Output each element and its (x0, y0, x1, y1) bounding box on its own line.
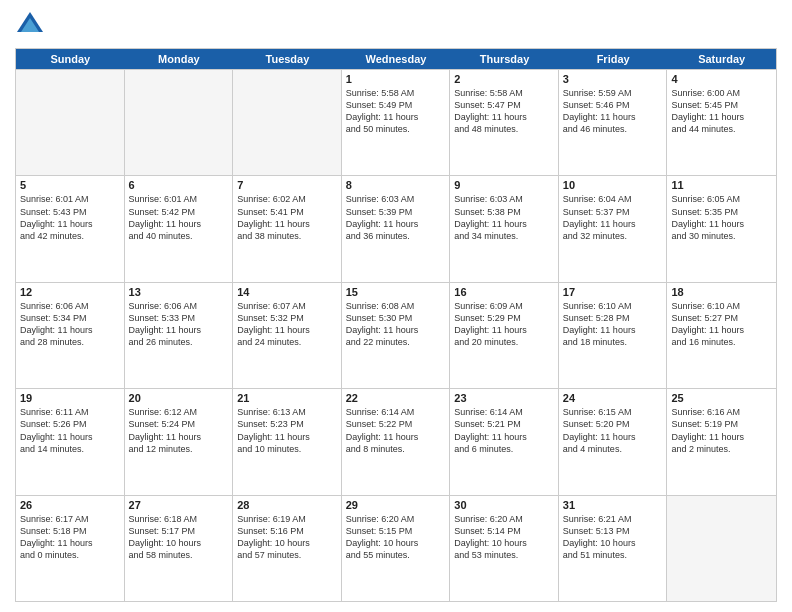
calendar-cell: 16Sunrise: 6:09 AMSunset: 5:29 PMDayligh… (450, 283, 559, 388)
day-number: 13 (129, 286, 229, 298)
cell-text: Sunrise: 6:13 AMSunset: 5:23 PMDaylight:… (237, 406, 337, 455)
calendar-row-3: 12Sunrise: 6:06 AMSunset: 5:34 PMDayligh… (16, 282, 776, 388)
calendar-header: SundayMondayTuesdayWednesdayThursdayFrid… (16, 49, 776, 69)
calendar-cell: 27Sunrise: 6:18 AMSunset: 5:17 PMDayligh… (125, 496, 234, 601)
cell-text: Sunrise: 6:01 AMSunset: 5:43 PMDaylight:… (20, 193, 120, 242)
day-number: 19 (20, 392, 120, 404)
calendar: SundayMondayTuesdayWednesdayThursdayFrid… (15, 48, 777, 602)
day-number: 30 (454, 499, 554, 511)
day-header-sunday: Sunday (16, 49, 125, 69)
cell-text: Sunrise: 6:08 AMSunset: 5:30 PMDaylight:… (346, 300, 446, 349)
cell-text: Sunrise: 6:03 AMSunset: 5:39 PMDaylight:… (346, 193, 446, 242)
calendar-cell: 9Sunrise: 6:03 AMSunset: 5:38 PMDaylight… (450, 176, 559, 281)
cell-text: Sunrise: 6:06 AMSunset: 5:34 PMDaylight:… (20, 300, 120, 349)
calendar-cell: 6Sunrise: 6:01 AMSunset: 5:42 PMDaylight… (125, 176, 234, 281)
cell-text: Sunrise: 6:14 AMSunset: 5:22 PMDaylight:… (346, 406, 446, 455)
day-number: 26 (20, 499, 120, 511)
calendar-cell: 17Sunrise: 6:10 AMSunset: 5:28 PMDayligh… (559, 283, 668, 388)
calendar-cell: 1Sunrise: 5:58 AMSunset: 5:49 PMDaylight… (342, 70, 451, 175)
calendar-cell: 19Sunrise: 6:11 AMSunset: 5:26 PMDayligh… (16, 389, 125, 494)
day-number: 4 (671, 73, 772, 85)
cell-text: Sunrise: 6:20 AMSunset: 5:14 PMDaylight:… (454, 513, 554, 562)
cell-text: Sunrise: 6:18 AMSunset: 5:17 PMDaylight:… (129, 513, 229, 562)
day-number: 2 (454, 73, 554, 85)
day-number: 31 (563, 499, 663, 511)
cell-text: Sunrise: 6:07 AMSunset: 5:32 PMDaylight:… (237, 300, 337, 349)
cell-text: Sunrise: 6:17 AMSunset: 5:18 PMDaylight:… (20, 513, 120, 562)
cell-text: Sunrise: 6:06 AMSunset: 5:33 PMDaylight:… (129, 300, 229, 349)
calendar-cell: 13Sunrise: 6:06 AMSunset: 5:33 PMDayligh… (125, 283, 234, 388)
page-container: SundayMondayTuesdayWednesdayThursdayFrid… (0, 0, 792, 612)
day-number: 10 (563, 179, 663, 191)
day-number: 27 (129, 499, 229, 511)
day-number: 12 (20, 286, 120, 298)
day-header-friday: Friday (559, 49, 668, 69)
cell-text: Sunrise: 6:01 AMSunset: 5:42 PMDaylight:… (129, 193, 229, 242)
calendar-cell: 8Sunrise: 6:03 AMSunset: 5:39 PMDaylight… (342, 176, 451, 281)
day-number: 1 (346, 73, 446, 85)
cell-text: Sunrise: 6:04 AMSunset: 5:37 PMDaylight:… (563, 193, 663, 242)
day-header-saturday: Saturday (667, 49, 776, 69)
calendar-cell (16, 70, 125, 175)
calendar-cell (667, 496, 776, 601)
day-number: 24 (563, 392, 663, 404)
calendar-cell: 4Sunrise: 6:00 AMSunset: 5:45 PMDaylight… (667, 70, 776, 175)
calendar-cell: 7Sunrise: 6:02 AMSunset: 5:41 PMDaylight… (233, 176, 342, 281)
calendar-cell: 20Sunrise: 6:12 AMSunset: 5:24 PMDayligh… (125, 389, 234, 494)
logo (15, 10, 49, 40)
cell-text: Sunrise: 6:21 AMSunset: 5:13 PMDaylight:… (563, 513, 663, 562)
cell-text: Sunrise: 6:02 AMSunset: 5:41 PMDaylight:… (237, 193, 337, 242)
day-number: 23 (454, 392, 554, 404)
calendar-cell (125, 70, 234, 175)
calendar-cell: 23Sunrise: 6:14 AMSunset: 5:21 PMDayligh… (450, 389, 559, 494)
calendar-row-4: 19Sunrise: 6:11 AMSunset: 5:26 PMDayligh… (16, 388, 776, 494)
cell-text: Sunrise: 6:00 AMSunset: 5:45 PMDaylight:… (671, 87, 772, 136)
cell-text: Sunrise: 6:10 AMSunset: 5:28 PMDaylight:… (563, 300, 663, 349)
day-number: 21 (237, 392, 337, 404)
day-header-tuesday: Tuesday (233, 49, 342, 69)
day-number: 18 (671, 286, 772, 298)
day-number: 7 (237, 179, 337, 191)
day-number: 22 (346, 392, 446, 404)
calendar-cell: 10Sunrise: 6:04 AMSunset: 5:37 PMDayligh… (559, 176, 668, 281)
calendar-cell: 31Sunrise: 6:21 AMSunset: 5:13 PMDayligh… (559, 496, 668, 601)
day-number: 6 (129, 179, 229, 191)
cell-text: Sunrise: 6:15 AMSunset: 5:20 PMDaylight:… (563, 406, 663, 455)
day-number: 14 (237, 286, 337, 298)
cell-text: Sunrise: 5:58 AMSunset: 5:49 PMDaylight:… (346, 87, 446, 136)
day-header-wednesday: Wednesday (342, 49, 451, 69)
cell-text: Sunrise: 6:20 AMSunset: 5:15 PMDaylight:… (346, 513, 446, 562)
day-number: 25 (671, 392, 772, 404)
day-header-monday: Monday (125, 49, 234, 69)
day-number: 15 (346, 286, 446, 298)
calendar-cell: 26Sunrise: 6:17 AMSunset: 5:18 PMDayligh… (16, 496, 125, 601)
calendar-cell: 5Sunrise: 6:01 AMSunset: 5:43 PMDaylight… (16, 176, 125, 281)
calendar-cell: 15Sunrise: 6:08 AMSunset: 5:30 PMDayligh… (342, 283, 451, 388)
calendar-cell: 22Sunrise: 6:14 AMSunset: 5:22 PMDayligh… (342, 389, 451, 494)
calendar-cell: 28Sunrise: 6:19 AMSunset: 5:16 PMDayligh… (233, 496, 342, 601)
cell-text: Sunrise: 6:10 AMSunset: 5:27 PMDaylight:… (671, 300, 772, 349)
calendar-body: 1Sunrise: 5:58 AMSunset: 5:49 PMDaylight… (16, 69, 776, 601)
header (15, 10, 777, 40)
calendar-row-2: 5Sunrise: 6:01 AMSunset: 5:43 PMDaylight… (16, 175, 776, 281)
calendar-cell: 2Sunrise: 5:58 AMSunset: 5:47 PMDaylight… (450, 70, 559, 175)
calendar-cell: 12Sunrise: 6:06 AMSunset: 5:34 PMDayligh… (16, 283, 125, 388)
day-number: 9 (454, 179, 554, 191)
calendar-cell: 11Sunrise: 6:05 AMSunset: 5:35 PMDayligh… (667, 176, 776, 281)
day-number: 16 (454, 286, 554, 298)
calendar-cell: 30Sunrise: 6:20 AMSunset: 5:14 PMDayligh… (450, 496, 559, 601)
cell-text: Sunrise: 6:19 AMSunset: 5:16 PMDaylight:… (237, 513, 337, 562)
cell-text: Sunrise: 6:16 AMSunset: 5:19 PMDaylight:… (671, 406, 772, 455)
cell-text: Sunrise: 6:03 AMSunset: 5:38 PMDaylight:… (454, 193, 554, 242)
day-number: 17 (563, 286, 663, 298)
day-number: 8 (346, 179, 446, 191)
day-number: 29 (346, 499, 446, 511)
cell-text: Sunrise: 5:58 AMSunset: 5:47 PMDaylight:… (454, 87, 554, 136)
calendar-cell (233, 70, 342, 175)
calendar-cell: 14Sunrise: 6:07 AMSunset: 5:32 PMDayligh… (233, 283, 342, 388)
calendar-cell: 3Sunrise: 5:59 AMSunset: 5:46 PMDaylight… (559, 70, 668, 175)
calendar-cell: 18Sunrise: 6:10 AMSunset: 5:27 PMDayligh… (667, 283, 776, 388)
logo-icon (15, 10, 45, 40)
calendar-cell: 29Sunrise: 6:20 AMSunset: 5:15 PMDayligh… (342, 496, 451, 601)
day-number: 3 (563, 73, 663, 85)
